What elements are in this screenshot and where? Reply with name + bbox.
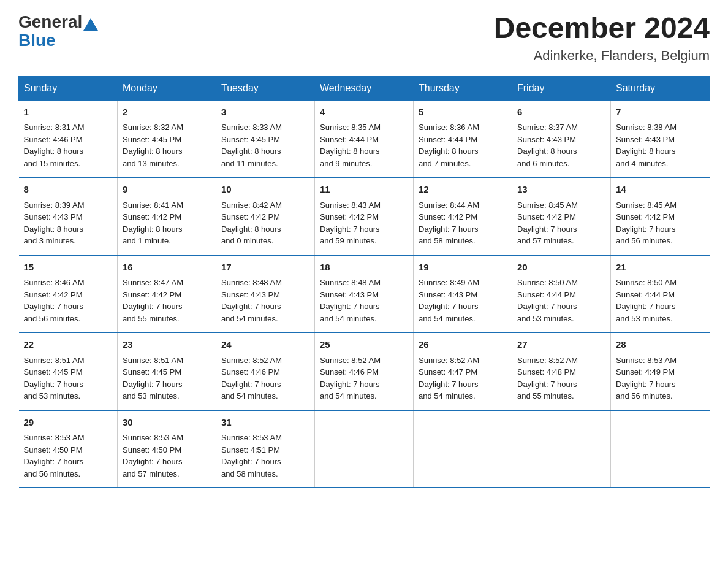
day-info: Sunrise: 8:53 AM Sunset: 4:49 PM Dayligh… xyxy=(616,354,705,402)
calendar-cell: 22Sunrise: 8:51 AM Sunset: 4:45 PM Dayli… xyxy=(19,332,118,410)
calendar-cell: 29Sunrise: 8:53 AM Sunset: 4:50 PM Dayli… xyxy=(19,410,118,488)
calendar-cell: 18Sunrise: 8:48 AM Sunset: 4:43 PM Dayli… xyxy=(315,255,414,333)
day-number: 10 xyxy=(221,183,309,197)
day-number: 9 xyxy=(123,183,211,197)
day-info: Sunrise: 8:36 AM Sunset: 4:44 PM Dayligh… xyxy=(419,121,507,169)
calendar-cell: 11Sunrise: 8:43 AM Sunset: 4:42 PM Dayli… xyxy=(315,177,414,255)
calendar-cell: 10Sunrise: 8:42 AM Sunset: 4:42 PM Dayli… xyxy=(216,177,315,255)
column-header-wednesday: Wednesday xyxy=(315,76,414,100)
calendar-cell: 15Sunrise: 8:46 AM Sunset: 4:42 PM Dayli… xyxy=(19,255,118,333)
calendar-cell xyxy=(512,410,611,488)
column-header-saturday: Saturday xyxy=(611,76,710,100)
day-info: Sunrise: 8:52 AM Sunset: 4:46 PM Dayligh… xyxy=(221,354,309,402)
calendar-cell: 31Sunrise: 8:53 AM Sunset: 4:51 PM Dayli… xyxy=(216,410,315,488)
calendar-cell: 13Sunrise: 8:45 AM Sunset: 4:42 PM Dayli… xyxy=(512,177,611,255)
day-info: Sunrise: 8:46 AM Sunset: 4:42 PM Dayligh… xyxy=(24,277,113,324)
day-number: 8 xyxy=(24,183,113,197)
day-info: Sunrise: 8:52 AM Sunset: 4:48 PM Dayligh… xyxy=(517,354,605,402)
calendar-cell: 16Sunrise: 8:47 AM Sunset: 4:42 PM Dayli… xyxy=(118,255,216,333)
day-number: 30 xyxy=(123,416,211,430)
calendar-week-row: 1Sunrise: 8:31 AM Sunset: 4:46 PM Daylig… xyxy=(19,100,710,177)
day-info: Sunrise: 8:50 AM Sunset: 4:44 PM Dayligh… xyxy=(616,277,705,324)
day-info: Sunrise: 8:47 AM Sunset: 4:42 PM Dayligh… xyxy=(123,277,211,324)
day-number: 22 xyxy=(24,338,113,352)
day-number: 1 xyxy=(24,105,113,120)
column-header-friday: Friday xyxy=(512,76,611,100)
calendar-cell: 24Sunrise: 8:52 AM Sunset: 4:46 PM Dayli… xyxy=(216,332,315,410)
day-number: 26 xyxy=(419,338,507,352)
day-info: Sunrise: 8:45 AM Sunset: 4:42 PM Dayligh… xyxy=(517,199,605,247)
day-info: Sunrise: 8:37 AM Sunset: 4:43 PM Dayligh… xyxy=(517,121,605,169)
day-number: 13 xyxy=(517,183,605,197)
calendar-cell: 17Sunrise: 8:48 AM Sunset: 4:43 PM Dayli… xyxy=(216,255,315,333)
calendar-cell: 25Sunrise: 8:52 AM Sunset: 4:46 PM Dayli… xyxy=(315,332,414,410)
calendar-cell: 3Sunrise: 8:33 AM Sunset: 4:45 PM Daylig… xyxy=(216,100,315,177)
column-header-tuesday: Tuesday xyxy=(216,76,315,100)
day-info: Sunrise: 8:32 AM Sunset: 4:45 PM Dayligh… xyxy=(123,121,211,169)
column-header-monday: Monday xyxy=(118,76,216,100)
day-info: Sunrise: 8:52 AM Sunset: 4:47 PM Dayligh… xyxy=(419,354,507,402)
calendar-cell: 20Sunrise: 8:50 AM Sunset: 4:44 PM Dayli… xyxy=(512,255,611,333)
day-info: Sunrise: 8:43 AM Sunset: 4:42 PM Dayligh… xyxy=(320,199,408,247)
day-number: 15 xyxy=(24,261,113,275)
day-info: Sunrise: 8:39 AM Sunset: 4:43 PM Dayligh… xyxy=(24,199,113,247)
day-info: Sunrise: 8:50 AM Sunset: 4:44 PM Dayligh… xyxy=(517,277,605,324)
day-number: 24 xyxy=(221,338,309,352)
calendar-cell: 30Sunrise: 8:53 AM Sunset: 4:50 PM Dayli… xyxy=(118,410,216,488)
day-info: Sunrise: 8:48 AM Sunset: 4:43 PM Dayligh… xyxy=(320,277,408,324)
calendar-cell: 19Sunrise: 8:49 AM Sunset: 4:43 PM Dayli… xyxy=(414,255,512,333)
day-number: 19 xyxy=(419,261,507,275)
day-info: Sunrise: 8:41 AM Sunset: 4:42 PM Dayligh… xyxy=(123,199,211,247)
day-info: Sunrise: 8:48 AM Sunset: 4:43 PM Dayligh… xyxy=(221,277,309,324)
location-text: Adinkerke, Flanders, Belgium xyxy=(494,48,710,64)
calendar-week-row: 8Sunrise: 8:39 AM Sunset: 4:43 PM Daylig… xyxy=(19,177,710,255)
calendar-cell: 9Sunrise: 8:41 AM Sunset: 4:42 PM Daylig… xyxy=(118,177,216,255)
day-number: 18 xyxy=(320,261,408,275)
calendar-week-row: 29Sunrise: 8:53 AM Sunset: 4:50 PM Dayli… xyxy=(19,410,710,488)
calendar-cell: 5Sunrise: 8:36 AM Sunset: 4:44 PM Daylig… xyxy=(414,100,512,177)
day-number: 31 xyxy=(221,416,309,430)
calendar-cell: 23Sunrise: 8:51 AM Sunset: 4:45 PM Dayli… xyxy=(118,332,216,410)
calendar-cell xyxy=(611,410,710,488)
day-info: Sunrise: 8:51 AM Sunset: 4:45 PM Dayligh… xyxy=(123,354,211,402)
day-info: Sunrise: 8:38 AM Sunset: 4:43 PM Dayligh… xyxy=(616,121,705,169)
day-number: 28 xyxy=(616,338,705,352)
calendar-header-row: SundayMondayTuesdayWednesdayThursdayFrid… xyxy=(19,76,710,100)
month-title: December 2024 xyxy=(494,12,710,45)
column-header-thursday: Thursday xyxy=(414,76,512,100)
day-info: Sunrise: 8:53 AM Sunset: 4:50 PM Dayligh… xyxy=(24,432,113,480)
calendar-week-row: 22Sunrise: 8:51 AM Sunset: 4:45 PM Dayli… xyxy=(19,332,710,410)
day-info: Sunrise: 8:45 AM Sunset: 4:42 PM Dayligh… xyxy=(616,199,705,247)
day-info: Sunrise: 8:51 AM Sunset: 4:45 PM Dayligh… xyxy=(24,354,113,402)
day-number: 27 xyxy=(517,338,605,352)
day-number: 5 xyxy=(419,105,507,120)
page-header: General Blue December 2024 Adinkerke, Fl… xyxy=(18,12,710,64)
calendar-cell: 12Sunrise: 8:44 AM Sunset: 4:42 PM Dayli… xyxy=(414,177,512,255)
day-info: Sunrise: 8:31 AM Sunset: 4:46 PM Dayligh… xyxy=(24,121,113,169)
logo-general-text: General xyxy=(18,12,82,32)
day-info: Sunrise: 8:53 AM Sunset: 4:51 PM Dayligh… xyxy=(221,432,309,480)
day-number: 16 xyxy=(123,261,211,275)
day-info: Sunrise: 8:52 AM Sunset: 4:46 PM Dayligh… xyxy=(320,354,408,402)
calendar-cell: 8Sunrise: 8:39 AM Sunset: 4:43 PM Daylig… xyxy=(19,177,118,255)
calendar-cell xyxy=(414,410,512,488)
day-number: 4 xyxy=(320,105,408,120)
calendar-cell: 21Sunrise: 8:50 AM Sunset: 4:44 PM Dayli… xyxy=(611,255,710,333)
logo-blue-text: Blue xyxy=(18,31,56,50)
day-number: 2 xyxy=(123,105,211,120)
day-number: 11 xyxy=(320,183,408,197)
day-number: 17 xyxy=(221,261,309,275)
calendar-cell xyxy=(315,410,414,488)
calendar-cell: 2Sunrise: 8:32 AM Sunset: 4:45 PM Daylig… xyxy=(118,100,216,177)
day-number: 21 xyxy=(616,261,705,275)
calendar-week-row: 15Sunrise: 8:46 AM Sunset: 4:42 PM Dayli… xyxy=(19,255,710,333)
calendar-cell: 7Sunrise: 8:38 AM Sunset: 4:43 PM Daylig… xyxy=(611,100,710,177)
day-number: 6 xyxy=(517,105,605,120)
calendar-cell: 14Sunrise: 8:45 AM Sunset: 4:42 PM Dayli… xyxy=(611,177,710,255)
day-info: Sunrise: 8:44 AM Sunset: 4:42 PM Dayligh… xyxy=(419,199,507,247)
day-info: Sunrise: 8:49 AM Sunset: 4:43 PM Dayligh… xyxy=(419,277,507,324)
calendar-cell: 1Sunrise: 8:31 AM Sunset: 4:46 PM Daylig… xyxy=(19,100,118,177)
calendar-cell: 28Sunrise: 8:53 AM Sunset: 4:49 PM Dayli… xyxy=(611,332,710,410)
day-number: 14 xyxy=(616,183,705,197)
day-number: 12 xyxy=(419,183,507,197)
